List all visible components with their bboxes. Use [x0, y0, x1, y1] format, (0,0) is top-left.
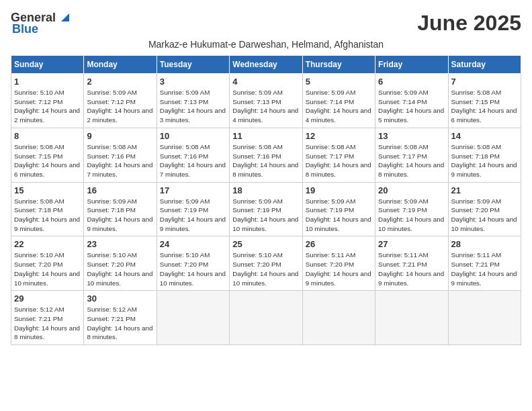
sunrise-label: Sunrise: 5:08 AM — [14, 143, 64, 150]
calendar-cell: 18 Sunrise: 5:09 AM Sunset: 7:19 PM Dayl… — [230, 182, 302, 236]
sunset-label: Sunset: 7:19 PM — [160, 206, 208, 214]
day-number: 13 — [378, 131, 445, 141]
daylight-label: Daylight: 14 hours and 9 minutes. — [378, 270, 444, 287]
sunrise-label: Sunrise: 5:10 AM — [232, 251, 283, 259]
day-info: Sunrise: 5:09 AM Sunset: 7:13 PM Dayligh… — [232, 88, 299, 125]
day-info: Sunrise: 5:08 AM Sunset: 7:15 PM Dayligh… — [14, 142, 81, 179]
day-info: Sunrise: 5:08 AM Sunset: 7:17 PM Dayligh… — [306, 142, 372, 179]
calendar-cell: 11 Sunrise: 5:08 AM Sunset: 7:16 PM Dayl… — [230, 128, 302, 182]
calendar-cell — [230, 291, 302, 345]
sunset-label: Sunset: 7:21 PM — [451, 261, 500, 268]
calendar-cell: 16 Sunrise: 5:09 AM Sunset: 7:18 PM Dayl… — [84, 182, 157, 236]
daylight-label: Daylight: 14 hours and 8 minutes. — [378, 161, 444, 178]
calendar-header-row: SundayMondayTuesdayWednesdayThursdayFrid… — [11, 56, 521, 74]
calendar-cell: 21 Sunrise: 5:09 AM Sunset: 7:20 PM Dayl… — [448, 182, 521, 236]
calendar-header-monday: Monday — [84, 56, 157, 74]
day-info: Sunrise: 5:10 AM Sunset: 7:20 PM Dayligh… — [87, 250, 153, 287]
calendar-header-tuesday: Tuesday — [157, 56, 229, 74]
sunrise-label: Sunrise: 5:09 AM — [378, 89, 429, 96]
daylight-label: Daylight: 14 hours and 5 minutes. — [378, 107, 444, 124]
calendar-cell: 14 Sunrise: 5:08 AM Sunset: 7:18 PM Dayl… — [448, 128, 521, 182]
sunrise-label: Sunrise: 5:12 AM — [14, 306, 64, 313]
day-number: 9 — [87, 131, 153, 141]
sunrise-label: Sunrise: 5:08 AM — [14, 197, 64, 205]
day-info: Sunrise: 5:09 AM Sunset: 7:19 PM Dayligh… — [232, 197, 299, 234]
sunset-label: Sunset: 7:16 PM — [87, 152, 135, 160]
day-number: 4 — [232, 77, 299, 87]
day-info: Sunrise: 5:08 AM Sunset: 7:15 PM Dayligh… — [451, 88, 518, 125]
day-number: 18 — [232, 185, 299, 195]
sunset-label: Sunset: 7:20 PM — [232, 261, 281, 268]
calendar-cell — [302, 291, 375, 345]
day-info: Sunrise: 5:09 AM Sunset: 7:12 PM Dayligh… — [87, 88, 153, 125]
day-number: 25 — [232, 239, 299, 249]
day-number: 5 — [306, 77, 372, 87]
sunset-label: Sunset: 7:20 PM — [160, 261, 208, 268]
sunset-label: Sunset: 7:20 PM — [451, 206, 500, 214]
day-info: Sunrise: 5:11 AM Sunset: 7:21 PM Dayligh… — [378, 250, 445, 287]
calendar-cell: 17 Sunrise: 5:09 AM Sunset: 7:19 PM Dayl… — [157, 182, 229, 236]
day-number: 20 — [378, 185, 445, 195]
day-info: Sunrise: 5:09 AM Sunset: 7:14 PM Dayligh… — [306, 88, 372, 125]
day-info: Sunrise: 5:09 AM Sunset: 7:19 PM Dayligh… — [160, 197, 226, 234]
daylight-label: Daylight: 14 hours and 10 minutes. — [232, 270, 298, 287]
calendar-cell: 22 Sunrise: 5:10 AM Sunset: 7:20 PM Dayl… — [11, 236, 84, 291]
daylight-label: Daylight: 14 hours and 6 minutes. — [451, 107, 517, 124]
subtitle: Markaz-e Hukumat-e Darweshan, Helmand, A… — [11, 39, 521, 50]
daylight-label: Daylight: 14 hours and 4 minutes. — [306, 107, 371, 124]
calendar-week-row: 29 Sunrise: 5:12 AM Sunset: 7:21 PM Dayl… — [11, 291, 521, 345]
daylight-label: Daylight: 14 hours and 9 minutes. — [451, 270, 517, 287]
page-header: General Blue June 2025 — [11, 11, 521, 36]
sunrise-label: Sunrise: 5:10 AM — [14, 89, 64, 96]
calendar-cell: 28 Sunrise: 5:11 AM Sunset: 7:21 PM Dayl… — [448, 236, 521, 291]
day-number: 23 — [87, 239, 153, 249]
svg-marker-0 — [61, 13, 69, 21]
sunrise-label: Sunrise: 5:11 AM — [378, 251, 429, 259]
calendar-cell: 27 Sunrise: 5:11 AM Sunset: 7:21 PM Dayl… — [375, 236, 448, 291]
daylight-label: Daylight: 14 hours and 4 minutes. — [232, 107, 298, 124]
day-number: 15 — [14, 185, 81, 195]
day-number: 16 — [87, 185, 153, 195]
day-number: 7 — [451, 77, 518, 87]
calendar-week-row: 22 Sunrise: 5:10 AM Sunset: 7:20 PM Dayl… — [11, 236, 521, 291]
sunrise-label: Sunrise: 5:08 AM — [451, 143, 502, 150]
sunrise-label: Sunrise: 5:11 AM — [451, 251, 502, 259]
sunset-label: Sunset: 7:19 PM — [306, 206, 354, 214]
calendar-week-row: 1 Sunrise: 5:10 AM Sunset: 7:12 PM Dayli… — [11, 74, 521, 128]
calendar-cell: 25 Sunrise: 5:10 AM Sunset: 7:20 PM Dayl… — [230, 236, 302, 291]
day-number: 28 — [451, 239, 518, 249]
day-number: 6 — [378, 77, 445, 87]
day-info: Sunrise: 5:08 AM Sunset: 7:16 PM Dayligh… — [232, 142, 299, 179]
day-number: 17 — [160, 185, 226, 195]
sunset-label: Sunset: 7:12 PM — [14, 98, 62, 105]
sunset-label: Sunset: 7:21 PM — [378, 261, 427, 268]
daylight-label: Daylight: 14 hours and 3 minutes. — [160, 107, 226, 124]
calendar-cell: 6 Sunrise: 5:09 AM Sunset: 7:14 PM Dayli… — [375, 74, 448, 128]
month-title: June 2025 — [417, 11, 521, 36]
calendar-cell: 10 Sunrise: 5:08 AM Sunset: 7:16 PM Dayl… — [157, 128, 229, 182]
sunset-label: Sunset: 7:16 PM — [232, 152, 281, 160]
day-info: Sunrise: 5:11 AM Sunset: 7:20 PM Dayligh… — [306, 250, 372, 287]
calendar-header-saturday: Saturday — [448, 56, 521, 74]
calendar-cell: 2 Sunrise: 5:09 AM Sunset: 7:12 PM Dayli… — [84, 74, 157, 128]
day-number: 22 — [14, 239, 81, 249]
day-info: Sunrise: 5:09 AM Sunset: 7:13 PM Dayligh… — [160, 88, 226, 125]
daylight-label: Daylight: 14 hours and 8 minutes. — [306, 161, 371, 178]
calendar-table: SundayMondayTuesdayWednesdayThursdayFrid… — [11, 55, 521, 345]
day-info: Sunrise: 5:12 AM Sunset: 7:21 PM Dayligh… — [14, 305, 81, 342]
sunrise-label: Sunrise: 5:10 AM — [160, 251, 210, 259]
daylight-label: Daylight: 14 hours and 10 minutes. — [232, 216, 298, 232]
daylight-label: Daylight: 14 hours and 10 minutes. — [451, 216, 517, 232]
calendar-cell: 7 Sunrise: 5:08 AM Sunset: 7:15 PM Dayli… — [448, 74, 521, 128]
day-number: 21 — [451, 185, 518, 195]
daylight-label: Daylight: 14 hours and 7 minutes. — [87, 161, 152, 178]
day-info: Sunrise: 5:10 AM Sunset: 7:20 PM Dayligh… — [14, 250, 81, 287]
calendar-cell: 5 Sunrise: 5:09 AM Sunset: 7:14 PM Dayli… — [302, 74, 375, 128]
day-number: 19 — [306, 185, 372, 195]
day-number: 14 — [451, 131, 518, 141]
sunset-label: Sunset: 7:13 PM — [160, 98, 208, 105]
day-info: Sunrise: 5:09 AM Sunset: 7:18 PM Dayligh… — [87, 197, 153, 234]
day-info: Sunrise: 5:11 AM Sunset: 7:21 PM Dayligh… — [451, 250, 518, 287]
sunrise-label: Sunrise: 5:09 AM — [306, 197, 356, 205]
daylight-label: Daylight: 14 hours and 9 minutes. — [87, 216, 152, 232]
